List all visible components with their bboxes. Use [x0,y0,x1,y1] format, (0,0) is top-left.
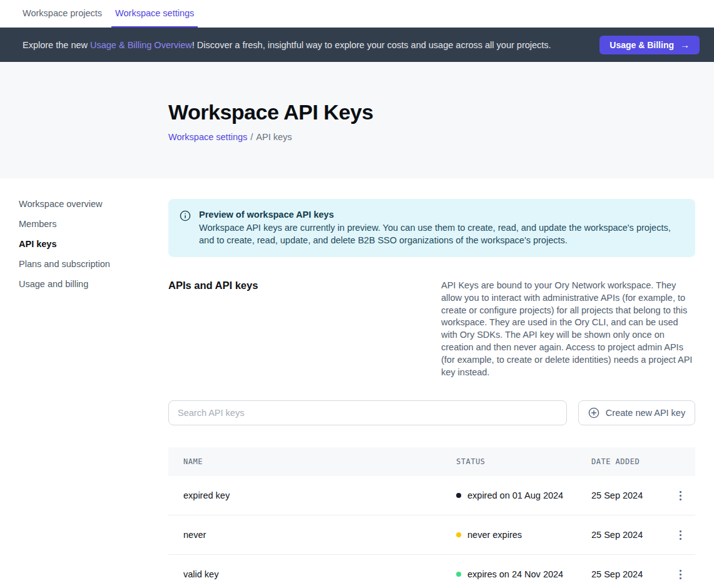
kebab-menu-icon[interactable] [676,567,685,582]
row-actions [673,489,688,503]
table-controls: Create new API key [168,400,695,425]
info-content: Preview of workspace API keys Workspace … [199,210,680,246]
usage-billing-button[interactable]: Usage & Billing → [599,36,700,54]
api-key-date-added: 25 Sep 2024 [591,569,673,579]
api-key-name: valid key [183,569,456,579]
status-text: expires on 24 Nov 2024 [467,569,563,579]
breadcrumb-separator: / [250,132,253,142]
sidebar-item-plans-and-subscription[interactable]: Plans and subscription [19,260,156,269]
status-dot [456,532,461,537]
usage-billing-banner: Explore the new Usage & Billing Overview… [0,28,714,62]
api-key-date-added: 25 Sep 2024 [591,530,673,540]
usage-billing-overview-link[interactable]: Usage & Billing Overview [90,40,192,50]
top-navigation: Workspace projects Workspace settings [0,0,714,28]
main-panel: Preview of workspace API keys Workspace … [168,178,695,588]
api-key-status: never expires [456,530,591,540]
tab-workspace-projects[interactable]: Workspace projects [19,0,106,28]
breadcrumb-workspace-settings-link[interactable]: Workspace settings [168,132,247,142]
breadcrumb: Workspace settings / API keys [168,132,695,142]
api-key-status: expires on 24 Nov 2024 [456,569,591,579]
status-dot [456,493,461,498]
column-header-status: STATUS [456,457,591,466]
status-text: never expires [467,530,522,540]
kebab-menu-icon[interactable] [676,489,685,503]
usage-billing-button-label: Usage & Billing [609,40,674,50]
sidebar-item-usage-and-billing[interactable]: Usage and billing [19,280,156,289]
create-api-key-label: Create new API key [606,408,685,418]
table-row: never never expires 25 Sep 2024 [168,515,695,555]
column-header-name: NAME [183,457,456,466]
apis-section: APIs and API keys API Keys are bound to … [168,280,695,378]
row-actions [673,528,688,542]
api-key-date-added: 25 Sep 2024 [591,490,673,500]
banner-text-before: Explore the new [23,40,90,50]
preview-info-box: Preview of workspace API keys Workspace … [168,199,695,257]
status-dot [456,572,461,577]
banner-message: Explore the new Usage & Billing Overview… [23,40,551,50]
table-header-row: NAME STATUS DATE ADDED [168,447,695,476]
api-key-name: never [183,530,456,540]
info-body: Workspace API keys are currently in prev… [199,221,680,246]
plus-circle-icon [588,407,599,418]
arrow-right-icon: → [680,39,690,50]
api-key-status: expired on 01 Aug 2024 [456,490,591,500]
sidebar-item-workspace-overview[interactable]: Workspace overview [19,200,156,209]
page-title: Workspace API Keys [168,100,695,124]
row-actions [673,567,688,582]
section-description: API Keys are bound to your Ory Network w… [441,280,695,378]
kebab-menu-icon[interactable] [676,528,685,542]
info-icon [180,210,191,246]
table-row: expired key expired on 01 Aug 2024 25 Se… [168,476,695,515]
breadcrumb-current: API keys [256,132,292,142]
banner-text-after: ! Discover a fresh, insightful way to ex… [192,40,551,50]
column-header-date-added: DATE ADDED [591,457,673,466]
api-key-name: expired key [183,490,456,500]
table-row: valid key expires on 24 Nov 2024 25 Sep … [168,555,695,588]
info-title: Preview of workspace API keys [199,210,680,220]
sidebar-item-members[interactable]: Members [19,220,156,229]
search-input[interactable] [168,400,567,425]
create-api-key-button[interactable]: Create new API key [578,400,695,425]
status-text: expired on 01 Aug 2024 [467,490,563,500]
tab-workspace-settings[interactable]: Workspace settings [111,0,198,28]
content-area: Workspace overview Members API keys Plan… [0,178,714,588]
sidebar-item-api-keys[interactable]: API keys [19,240,156,249]
api-keys-table: NAME STATUS DATE ADDED expired key expir… [168,447,695,588]
settings-sidebar: Workspace overview Members API keys Plan… [19,178,168,588]
section-heading: APIs and API keys [168,280,258,378]
page-header: Workspace API Keys Workspace settings / … [0,62,714,178]
